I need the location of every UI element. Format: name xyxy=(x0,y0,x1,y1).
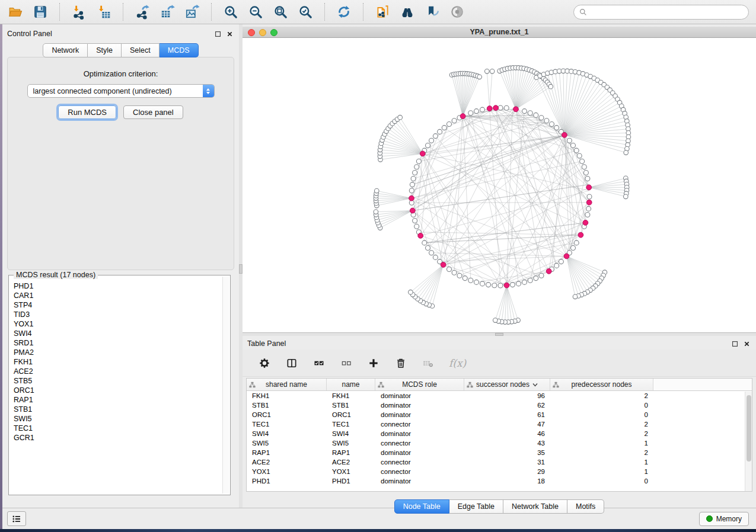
close-window-icon[interactable] xyxy=(248,29,255,36)
table-cell: dominator xyxy=(375,449,464,456)
column-header-name[interactable]: name xyxy=(327,379,375,390)
task-history-button[interactable] xyxy=(7,511,26,526)
mcds-result-item: SRD1 xyxy=(14,338,222,348)
vertical-splitter[interactable] xyxy=(239,24,243,508)
table-row[interactable]: STB1STB1dominator620 xyxy=(247,400,752,410)
table-cell: 18 xyxy=(464,477,550,485)
import-table-button[interactable] xyxy=(95,4,112,20)
column-label: predecessor nodes xyxy=(571,380,631,389)
refresh-layout-button[interactable] xyxy=(336,4,352,20)
float-panel-icon[interactable] xyxy=(215,31,221,37)
table-cell: ACE2 xyxy=(327,459,375,466)
tab-node-table[interactable]: Node Table xyxy=(394,499,449,514)
delete-table-button xyxy=(422,357,435,370)
control-panel-title: Control Panel xyxy=(7,30,215,38)
attribute-type-icon xyxy=(553,382,559,388)
close-panel-icon[interactable] xyxy=(227,31,233,37)
tab-select[interactable]: Select xyxy=(122,43,160,57)
tab-network-table[interactable]: Network Table xyxy=(503,499,567,514)
mcds-result-item: STB1 xyxy=(14,405,222,414)
column-header-MCDS-role[interactable]: MCDS role xyxy=(375,379,464,390)
table-row[interactable]: ACE2ACE2connector311 xyxy=(247,457,752,467)
add-column-button[interactable] xyxy=(367,357,380,370)
table-row[interactable]: SWI5SWI5connector431 xyxy=(247,438,752,448)
cytoscape-window: Control Panel NetworkStyleSelectMCDS Opt… xyxy=(0,0,756,529)
table-cell: 1 xyxy=(550,468,653,475)
mcds-tab-content: Optimization criterion: largest connecte… xyxy=(7,57,234,270)
select-stepper-icon xyxy=(203,85,214,97)
table-cell: RAP1 xyxy=(327,449,375,456)
tab-network[interactable]: Network xyxy=(43,43,88,57)
table-scrollbar-thumb[interactable] xyxy=(747,395,751,462)
table-cell: TEC1 xyxy=(247,421,327,428)
attribute-type-icon xyxy=(378,382,384,388)
export-network-button[interactable] xyxy=(134,4,151,20)
column-header-predecessor-nodes[interactable]: predecessor nodes xyxy=(550,379,653,390)
run-mcds-button[interactable]: Run MCDS xyxy=(58,105,116,119)
table-settings-button[interactable] xyxy=(258,357,271,370)
table-row[interactable]: YOX1YOX1connector291 xyxy=(247,467,752,476)
tab-style[interactable]: Style xyxy=(88,43,122,57)
zoom-out-button[interactable] xyxy=(247,4,264,20)
export-image-button[interactable] xyxy=(184,4,200,20)
maximize-window-icon[interactable] xyxy=(270,29,277,36)
network-window-titlebar[interactable]: YPA_prune.txt_1 xyxy=(243,27,756,38)
close-panel-icon[interactable] xyxy=(744,341,750,347)
select-all-rows-button[interactable] xyxy=(312,357,326,370)
horizontal-splitter[interactable] xyxy=(243,333,756,336)
minimize-window-icon[interactable] xyxy=(259,29,266,36)
tab-edge-table[interactable]: Edge Table xyxy=(449,499,503,514)
show-column-panel-button[interactable] xyxy=(285,357,298,370)
table-cell: 2 xyxy=(550,449,653,456)
splitter-grip[interactable] xyxy=(239,264,243,274)
table-cell: 2 xyxy=(550,421,653,428)
column-header-shared-name[interactable]: shared name xyxy=(247,379,327,390)
zoom-in-button[interactable] xyxy=(222,4,239,20)
zoom-fit-button[interactable] xyxy=(272,4,289,20)
table-cell: SWI5 xyxy=(327,440,375,447)
node-table: shared namenameMCDS rolesuccessor nodesp… xyxy=(246,378,752,492)
zoom-selected-button[interactable] xyxy=(297,4,314,20)
export-table-button[interactable] xyxy=(159,4,176,20)
table-scrollbar[interactable] xyxy=(745,392,752,491)
import-network-button[interactable] xyxy=(71,4,87,20)
table-row[interactable]: RAP1RAP1dominator352 xyxy=(247,448,752,457)
mcds-result-item: SWI5 xyxy=(14,414,222,424)
search-binoculars-button[interactable] xyxy=(399,4,416,20)
table-cell: YOX1 xyxy=(247,468,327,475)
table-cell: 2 xyxy=(550,430,653,437)
close-panel-button[interactable]: Close panel xyxy=(123,105,183,119)
show-graphics-details-button[interactable] xyxy=(449,4,465,20)
splitter-grip[interactable] xyxy=(495,333,503,336)
save-session-button[interactable] xyxy=(32,4,49,20)
tab-mcds[interactable]: MCDS xyxy=(160,43,199,57)
column-label: MCDS role xyxy=(402,380,437,389)
table-row[interactable]: FKH1FKH1dominator962 xyxy=(247,391,752,400)
network-from-file-button[interactable] xyxy=(374,4,391,20)
network-canvas[interactable] xyxy=(243,38,756,332)
hide-graphics-details-button[interactable] xyxy=(424,4,441,20)
column-header-successor-nodes[interactable]: successor nodes xyxy=(464,379,550,390)
tab-motifs[interactable]: Motifs xyxy=(567,499,604,514)
float-panel-icon[interactable] xyxy=(732,341,738,347)
network-graph xyxy=(243,38,756,332)
mcds-result-list[interactable]: PHD1CAR1STP4TID3YOX1SWI4SRD1PMA2FKH1ACE2… xyxy=(10,279,222,493)
table-cell: 43 xyxy=(464,440,550,447)
table-cell: dominator xyxy=(375,402,464,409)
table-header-row: shared namenameMCDS rolesuccessor nodesp… xyxy=(247,379,752,391)
delete-column-button[interactable] xyxy=(394,357,407,370)
search-field[interactable] xyxy=(573,5,749,20)
table-cell: connector xyxy=(375,421,464,428)
table-row[interactable]: ORC1ORC1dominator610 xyxy=(247,410,752,419)
search-input[interactable] xyxy=(590,8,743,16)
table-row[interactable]: PHD1PHD1dominator180 xyxy=(247,476,752,486)
optimization-criterion-select[interactable]: largest connected component (undirected) xyxy=(27,84,215,98)
open-file-button[interactable] xyxy=(7,4,24,20)
table-row[interactable]: SWI4SWI4dominator462 xyxy=(247,429,752,438)
result-list-scrollbar[interactable] xyxy=(222,277,229,493)
column-label: shared name xyxy=(266,380,307,389)
table-cell: 46 xyxy=(464,430,550,437)
table-row[interactable]: TEC1TEC1connector472 xyxy=(247,419,752,429)
control-panel: Control Panel NetworkStyleSelectMCDS Opt… xyxy=(2,24,239,508)
deselect-all-rows-button[interactable] xyxy=(340,357,353,370)
